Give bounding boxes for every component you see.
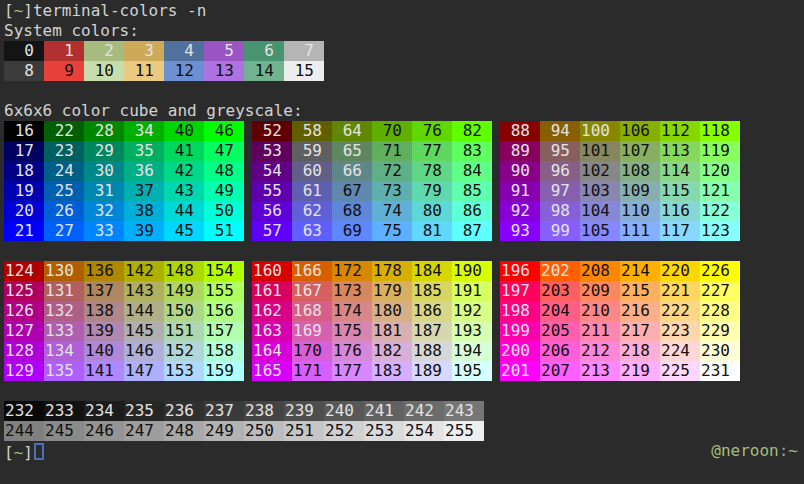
blank-line <box>4 241 804 261</box>
color-cell-38: 38 <box>124 201 164 221</box>
color-cell-113: 113 <box>660 141 700 161</box>
color-cell-177: 177 <box>332 361 372 381</box>
color-cell-104: 104 <box>580 201 620 221</box>
color-cell-7: 7 <box>284 41 324 61</box>
right-prompt: @neroon:~ <box>711 441 798 461</box>
right-prompt-colon: : <box>779 441 789 460</box>
color-cell-102: 102 <box>580 161 620 181</box>
color-cell-125: 125 <box>4 281 44 301</box>
color-cell-202: 202 <box>540 261 580 281</box>
color-cell-36: 36 <box>124 161 164 181</box>
color-cell-255: 255 <box>444 421 484 441</box>
greyscale-row-244-255: 244245246247248249250251252253254255 <box>4 421 804 441</box>
color-cell-169: 169 <box>292 321 332 341</box>
color-cell-51: 51 <box>204 221 244 241</box>
color-cell-224: 224 <box>660 341 700 361</box>
color-cell-48: 48 <box>204 161 244 181</box>
color-cell-59: 59 <box>292 141 332 161</box>
color-cell-221: 221 <box>660 281 700 301</box>
color-cell-97: 97 <box>540 181 580 201</box>
color-cell-222: 222 <box>660 301 700 321</box>
color-cell-156: 156 <box>204 301 244 321</box>
color-cell-122: 122 <box>700 201 740 221</box>
color-cell-192: 192 <box>452 301 492 321</box>
prompt-bracket-open: [ <box>4 1 14 20</box>
color-cell-189: 189 <box>412 361 452 381</box>
color-cell-115: 115 <box>660 181 700 201</box>
cube-row: 1291351411471531591651711771831891952012… <box>4 361 804 381</box>
color-cell-58: 58 <box>292 121 332 141</box>
color-cell-158: 158 <box>204 341 244 361</box>
color-cell-212: 212 <box>580 341 620 361</box>
color-cell-53: 53 <box>252 141 292 161</box>
color-cell-78: 78 <box>412 161 452 181</box>
color-cell-230: 230 <box>700 341 740 361</box>
color-cell-183: 183 <box>372 361 412 381</box>
color-cell-181: 181 <box>372 321 412 341</box>
color-cell-17: 17 <box>4 141 44 161</box>
color-cell-39: 39 <box>124 221 164 241</box>
color-cell-193: 193 <box>452 321 492 341</box>
color-cell-0: 0 <box>4 41 44 61</box>
color-cell-108: 108 <box>620 161 660 181</box>
color-cell-215: 215 <box>620 281 660 301</box>
color-cell-90: 90 <box>500 161 540 181</box>
color-cell-196: 196 <box>500 261 540 281</box>
color-cell-30: 30 <box>84 161 124 181</box>
color-cell-54: 54 <box>252 161 292 181</box>
color-cell-120: 120 <box>700 161 740 181</box>
color-cell-2: 2 <box>84 41 124 61</box>
color-cell-167: 167 <box>292 281 332 301</box>
cube-row: 2127333945515763697581879399105111117123 <box>4 221 804 241</box>
color-cell-34: 34 <box>124 121 164 141</box>
color-cell-243: 243 <box>444 401 484 421</box>
color-cell-154: 154 <box>204 261 244 281</box>
color-cell-131: 131 <box>44 281 84 301</box>
color-cell-76: 76 <box>412 121 452 141</box>
color-cell-232: 232 <box>4 401 44 421</box>
color-cell-127: 127 <box>4 321 44 341</box>
color-cell-52: 52 <box>252 121 292 141</box>
color-cell-95: 95 <box>540 141 580 161</box>
bottom-prompt-line: [~] <box>4 441 804 461</box>
color-cell-217: 217 <box>620 321 660 341</box>
color-cell-119: 119 <box>700 141 740 161</box>
color-cell-129: 129 <box>4 361 44 381</box>
color-cell-147: 147 <box>124 361 164 381</box>
color-cell-1: 1 <box>44 41 84 61</box>
color-cell-246: 246 <box>84 421 124 441</box>
cube-row: 1241301361421481541601661721781841901962… <box>4 261 804 281</box>
color-cell-144: 144 <box>124 301 164 321</box>
color-cell-66: 66 <box>332 161 372 181</box>
color-cell-82: 82 <box>452 121 492 141</box>
color-cell-49: 49 <box>204 181 244 201</box>
system-colors-row-8-15: 89101112131415 <box>4 61 804 81</box>
color-cell-223: 223 <box>660 321 700 341</box>
color-cell-22: 22 <box>44 121 84 141</box>
color-cell-116: 116 <box>660 201 700 221</box>
blank-line <box>4 381 804 401</box>
color-cell-50: 50 <box>204 201 244 221</box>
command-text: terminal-colors -n <box>33 1 206 20</box>
color-cell-153: 153 <box>164 361 204 381</box>
color-cell-176: 176 <box>332 341 372 361</box>
color-cell-138: 138 <box>84 301 124 321</box>
terminal-screen[interactable]: [~]terminal-colors -n System colors: 012… <box>0 0 804 484</box>
color-cell-214: 214 <box>620 261 660 281</box>
prompt-tilde: ~ <box>14 443 24 462</box>
color-cell-112: 112 <box>660 121 700 141</box>
color-cell-241: 241 <box>364 401 404 421</box>
color-cell-208: 208 <box>580 261 620 281</box>
color-cell-126: 126 <box>4 301 44 321</box>
color-cell-231: 231 <box>700 361 740 381</box>
color-cell-155: 155 <box>204 281 244 301</box>
color-cell-162: 162 <box>252 301 292 321</box>
color-cell-81: 81 <box>412 221 452 241</box>
color-cell-19: 19 <box>4 181 44 201</box>
color-cell-65: 65 <box>332 141 372 161</box>
color-cell-200: 200 <box>500 341 540 361</box>
color-cell-41: 41 <box>164 141 204 161</box>
cube-row: 1622283440465258647076828894100106112118 <box>4 121 804 141</box>
color-cell-67: 67 <box>332 181 372 201</box>
color-cell-178: 178 <box>372 261 412 281</box>
